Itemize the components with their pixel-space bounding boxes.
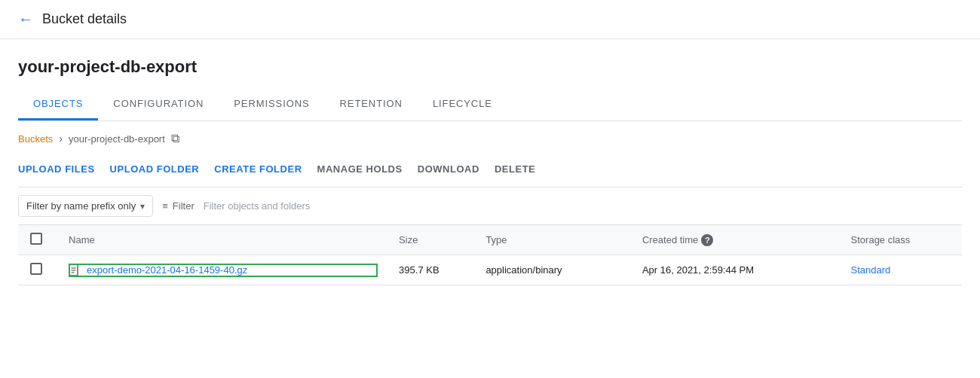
col-header-storage-class: Storage class bbox=[841, 225, 962, 255]
download-button[interactable]: DOWNLOAD bbox=[418, 160, 479, 178]
file-icon bbox=[69, 264, 81, 277]
row-name-cell: export-demo-2021-04-16-1459-40.gz bbox=[58, 255, 388, 285]
upload-folder-button[interactable]: UPLOAD FOLDER bbox=[110, 160, 200, 178]
objects-table: Name Size Type Created time ? Storage cl… bbox=[18, 225, 962, 285]
bucket-name: your-project-db-export bbox=[18, 57, 962, 77]
page-title: Bucket details bbox=[42, 11, 127, 27]
row-storage-cell: Standard bbox=[841, 255, 962, 285]
delete-button[interactable]: DELETE bbox=[495, 160, 535, 178]
filter-icon-label[interactable]: ≡ Filter bbox=[162, 200, 194, 212]
tab-lifecycle[interactable]: LIFECYCLE bbox=[418, 89, 507, 120]
table-row: export-demo-2021-04-16-1459-40.gz 395.7 … bbox=[18, 255, 962, 285]
tab-retention[interactable]: RETENTION bbox=[325, 89, 418, 120]
row-created-cell: Apr 16, 2021, 2:59:44 PM bbox=[632, 255, 841, 285]
tab-permissions[interactable]: PERMISSIONS bbox=[219, 89, 324, 120]
select-all-checkbox[interactable] bbox=[30, 233, 42, 245]
create-folder-button[interactable]: CREATE FOLDER bbox=[214, 160, 302, 178]
chevron-down-icon: ▾ bbox=[140, 201, 145, 212]
breadcrumb-current: your-project-db-export bbox=[69, 133, 165, 145]
file-cell: export-demo-2021-04-16-1459-40.gz bbox=[69, 264, 378, 277]
breadcrumb: Buckets › your-project-db-export ⧉ bbox=[18, 121, 962, 153]
upload-files-button[interactable]: UPLOAD FILES bbox=[18, 160, 95, 178]
breadcrumb-separator: › bbox=[59, 133, 63, 145]
breadcrumb-buckets-link[interactable]: Buckets bbox=[18, 133, 53, 145]
back-arrow-icon: ← bbox=[18, 11, 33, 28]
col-header-type: Type bbox=[475, 225, 632, 255]
tab-configuration[interactable]: CONFIGURATION bbox=[98, 89, 219, 120]
back-button[interactable]: ← bbox=[18, 11, 33, 28]
filter-lines-icon: ≡ bbox=[162, 200, 168, 212]
col-header-created: Created time ? bbox=[632, 225, 841, 255]
row-size-cell: 395.7 KB bbox=[388, 255, 475, 285]
tab-objects[interactable]: OBJECTS bbox=[18, 89, 98, 120]
file-name-link[interactable]: export-demo-2021-04-16-1459-40.gz bbox=[87, 264, 247, 276]
select-all-header[interactable] bbox=[18, 225, 58, 255]
created-help-icon[interactable]: ? bbox=[701, 234, 713, 246]
filter-text-label: Filter bbox=[173, 200, 194, 212]
filter-dropdown[interactable]: Filter by name prefix only ▾ bbox=[18, 195, 153, 217]
col-header-name: Name bbox=[58, 225, 388, 255]
row-type-cell: application/binary bbox=[475, 255, 632, 285]
manage-holds-button[interactable]: MANAGE HOLDS bbox=[317, 160, 403, 178]
col-header-size: Size bbox=[388, 225, 475, 255]
filter-dropdown-label: Filter by name prefix only bbox=[26, 200, 136, 212]
tab-bar: OBJECTS CONFIGURATION PERMISSIONS RETENT… bbox=[18, 89, 962, 121]
copy-icon[interactable]: ⧉ bbox=[171, 132, 179, 145]
filter-placeholder: Filter objects and folders bbox=[204, 200, 311, 212]
filter-row: Filter by name prefix only ▾ ≡ Filter Fi… bbox=[18, 187, 962, 225]
row-checkbox-cell[interactable] bbox=[18, 255, 58, 285]
row-checkbox[interactable] bbox=[30, 263, 42, 275]
storage-class-value: Standard bbox=[851, 264, 891, 276]
action-bar: UPLOAD FILES UPLOAD FOLDER CREATE FOLDER… bbox=[18, 153, 962, 187]
